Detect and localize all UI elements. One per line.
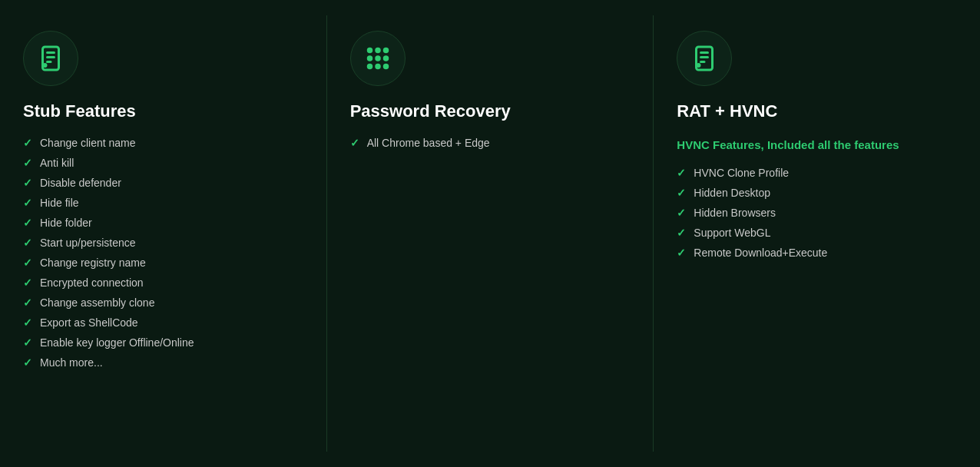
list-item: ✓Disable defender — [23, 177, 303, 189]
document-icon — [677, 31, 732, 86]
list-item: ✓Hide file — [23, 197, 303, 209]
feature-label: Change assembly clone — [40, 296, 154, 309]
highlight-text-rat-hvnc: HVNC Features, Included all the features — [677, 137, 957, 154]
column-stub-features: Stub Features✓Change client name✓Anti ki… — [0, 15, 327, 452]
list-item: ✓Change client name — [23, 137, 303, 149]
svg-point-7 — [384, 48, 388, 52]
feature-label: Support WebGL — [694, 227, 770, 239]
feature-label: Much more... — [40, 356, 103, 369]
section-title-rat-hvnc: RAT + HVNC — [677, 101, 957, 121]
checkmark-icon: ✓ — [350, 137, 359, 149]
feature-label: Export as ShellCode — [40, 316, 138, 329]
feature-label: Hide folder — [40, 217, 92, 229]
checkmark-icon: ✓ — [23, 137, 32, 149]
checkmark-icon: ✓ — [23, 237, 32, 249]
list-item: ✓Hidden Browsers — [677, 207, 957, 219]
feature-label: Encrypted connection — [40, 277, 144, 289]
section-title-password-recovery: Password Recovery — [350, 101, 631, 121]
section-title-stub-features: Stub Features — [23, 101, 303, 121]
checkmark-icon: ✓ — [677, 247, 686, 259]
feature-label: Hidden Browsers — [694, 207, 776, 219]
svg-point-6 — [376, 48, 379, 52]
feature-list-password-recovery: ✓All Chrome based + Edge — [350, 137, 631, 149]
features-container: Stub Features✓Change client name✓Anti ki… — [0, 0, 980, 467]
feature-label: All Chrome based + Edge — [367, 137, 490, 149]
list-item: ✓HVNC Clone Profile — [677, 167, 957, 179]
column-password-recovery: Password Recovery✓All Chrome based + Edg… — [327, 15, 654, 452]
list-item: ✓All Chrome based + Edge — [350, 137, 631, 149]
feature-label: Anti kill — [40, 157, 74, 169]
checkmark-icon: ✓ — [23, 316, 32, 329]
feature-label: Change registry name — [40, 257, 146, 269]
list-item: ✓Much more... — [23, 356, 303, 369]
svg-point-4 — [43, 63, 48, 68]
svg-point-5 — [368, 48, 372, 52]
checkmark-icon: ✓ — [23, 197, 32, 209]
checkmark-icon: ✓ — [677, 167, 686, 179]
checkmark-icon: ✓ — [23, 356, 32, 369]
document-icon — [23, 31, 78, 86]
list-item: ✓Change assembly clone — [23, 296, 303, 309]
feature-label: Disable defender — [40, 177, 121, 189]
list-item: ✓Support WebGL — [677, 227, 957, 239]
feature-label: Hidden Desktop — [694, 187, 770, 199]
checkmark-icon: ✓ — [23, 217, 32, 229]
list-item: ✓Enable key logger Offline/Online — [23, 336, 303, 349]
svg-point-8 — [368, 57, 372, 61]
list-item: ✓Hide folder — [23, 217, 303, 229]
checkmark-icon: ✓ — [23, 157, 32, 169]
feature-label: Remote Download+Execute — [694, 247, 827, 259]
checkmark-icon: ✓ — [23, 336, 32, 349]
svg-point-11 — [368, 65, 372, 68]
feature-label: Start up/persistence — [40, 237, 136, 249]
list-item: ✓Hidden Desktop — [677, 187, 957, 199]
list-item: ✓Export as ShellCode — [23, 316, 303, 329]
list-item: ✓Start up/persistence — [23, 237, 303, 249]
feature-label: Hide file — [40, 197, 79, 209]
svg-point-10 — [384, 57, 388, 61]
feature-list-rat-hvnc: ✓HVNC Clone Profile✓Hidden Desktop✓Hidde… — [677, 167, 957, 259]
list-item: ✓Anti kill — [23, 157, 303, 169]
svg-point-12 — [376, 65, 379, 68]
svg-point-18 — [697, 63, 701, 68]
checkmark-icon: ✓ — [23, 277, 32, 289]
list-item: ✓Remote Download+Execute — [677, 247, 957, 259]
checkmark-icon: ✓ — [677, 187, 686, 199]
column-rat-hvnc: RAT + HVNCHVNC Features, Included all th… — [654, 15, 980, 452]
feature-label: HVNC Clone Profile — [694, 167, 789, 179]
grid-icon — [350, 31, 406, 86]
checkmark-icon: ✓ — [23, 296, 32, 309]
checkmark-icon: ✓ — [23, 257, 32, 269]
checkmark-icon: ✓ — [677, 227, 686, 239]
checkmark-icon: ✓ — [677, 207, 686, 219]
checkmark-icon: ✓ — [23, 177, 32, 189]
feature-label: Enable key logger Offline/Online — [40, 336, 194, 349]
list-item: ✓Change registry name — [23, 257, 303, 269]
list-item: ✓Encrypted connection — [23, 277, 303, 289]
svg-point-13 — [384, 65, 388, 68]
feature-list-stub-features: ✓Change client name✓Anti kill✓Disable de… — [23, 137, 303, 369]
feature-label: Change client name — [40, 137, 136, 149]
svg-point-9 — [376, 57, 379, 61]
